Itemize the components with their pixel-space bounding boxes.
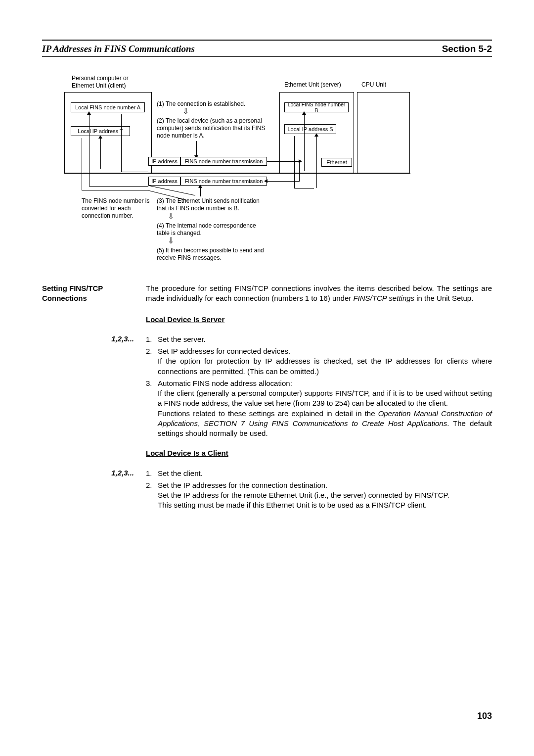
line — [121, 172, 148, 172]
list-item: 3. Automatic FINS node address allocatio… — [146, 378, 492, 439]
local-ip-s-box: Local IP address S — [284, 124, 336, 134]
step-num: 3. — [146, 378, 158, 439]
intro-text-b: in the Unit Setup. — [414, 294, 473, 302]
server-heading-row: Local Device Is Server — [42, 309, 492, 330]
step5-label: (5) It then becomes possible to send and… — [157, 247, 268, 262]
down-arrow-icon: ⇩ — [168, 212, 174, 220]
step-num: 2. — [146, 480, 158, 511]
line — [316, 136, 317, 186]
step-num: 1. — [146, 469, 158, 478]
top-rule — [42, 40, 492, 41]
local-node-b-box: Local FINS node number B — [284, 102, 349, 112]
server-title-label: Ethernet Unit (server) — [284, 81, 341, 89]
line — [316, 186, 317, 188]
arrow — [267, 161, 299, 162]
arrow — [196, 141, 197, 156]
client-title-label: Personal computer or Ethernet Unit (clie… — [72, 75, 129, 90]
list-item: 1. Set the client. — [146, 469, 492, 478]
down-arrow-icon: ⇩ — [168, 237, 174, 245]
step2-label: (2) The local device (such as a personal… — [157, 117, 275, 140]
line — [299, 161, 300, 173]
line — [82, 138, 82, 190]
ip-address-box-2: IP address — [148, 177, 180, 186]
line — [294, 136, 295, 188]
client-sub-heading: Local Device Is a Client — [146, 448, 492, 458]
local-node-a-box: Local FINS node number A — [71, 102, 145, 112]
step-text: Set the IP addresses for the connection … — [158, 480, 492, 511]
line — [294, 188, 314, 189]
section-heading: Setting FINS/TCP Connections — [42, 284, 146, 304]
convert-note-label: The FINS node number is converted for ea… — [82, 197, 153, 220]
section-intro-row: Setting FINS/TCP Connections The procedu… — [42, 284, 492, 304]
server-steps-list: 1. Set the server. 2. Set IP addresses f… — [146, 334, 492, 441]
server-steps-row: 1,2,3... 1. Set the server. 2. Set IP ad… — [42, 334, 492, 441]
list-item: 1. Set the server. — [146, 334, 492, 344]
arrow — [200, 188, 201, 196]
ip-address-box-1: IP address — [148, 157, 180, 166]
line — [82, 190, 148, 190]
arrow — [100, 138, 101, 169]
down-arrow-icon: ⇩ — [182, 107, 189, 115]
server-sub-heading: Local Device Is Server — [146, 315, 492, 325]
client-steps-list: 1. Set the client. 2. Set the IP address… — [146, 469, 492, 513]
step1-label: (1) The connection is established. — [157, 100, 245, 108]
page-number: 103 — [477, 711, 492, 721]
client-steps-row: 1,2,3... 1. Set the client. 2. Set the I… — [42, 469, 492, 513]
step-text: Set IP addresses for connected devices. … — [158, 346, 492, 377]
fins-tcp-diagram: Personal computer or Ethernet Unit (clie… — [57, 75, 447, 273]
svg-line-0 — [148, 186, 195, 195]
s3-em2: SECTION 7 Using FINS Communications to C… — [204, 419, 447, 427]
arrow — [267, 181, 299, 182]
client-heading-row: Local Device Is a Client — [42, 442, 492, 463]
fins-trans-box-2: FINS node number transmission — [180, 177, 267, 186]
cpu-box — [357, 92, 410, 174]
steps-marker: 1,2,3... — [42, 469, 146, 513]
step-text: Automatic FINS node address allocation: … — [158, 378, 492, 439]
intro-em: FINS/TCP settings — [353, 294, 414, 302]
step4-label: (4) The internal node correspondence tab… — [157, 222, 268, 237]
step-num: 1. — [146, 334, 158, 344]
fins-trans-box-1: FINS node number transmission — [180, 157, 267, 166]
ethernet-bus — [64, 173, 410, 174]
step3-label: (3) The Ethernet Unit sends notification… — [157, 197, 268, 212]
page-header: IP Addresses in FINS Communications Sect… — [42, 44, 492, 57]
s3-b: , — [198, 419, 204, 427]
cpu-title-label: CPU Unit — [361, 81, 386, 89]
steps-marker: 1,2,3... — [42, 334, 146, 441]
spacer — [42, 309, 146, 330]
list-item: 2. Set IP addresses for connected device… — [146, 346, 492, 377]
step-text: Set the client. — [158, 469, 492, 478]
line — [89, 186, 148, 187]
page: IP Addresses in FINS Communications Sect… — [0, 0, 534, 756]
list-item: 2. Set the IP addresses for the connecti… — [146, 480, 492, 511]
step-text: Set the server. — [158, 334, 492, 344]
line — [89, 114, 89, 186]
line — [304, 114, 305, 171]
header-title: IP Addresses in FINS Communications — [42, 44, 195, 54]
line — [121, 114, 122, 172]
step-num: 2. — [146, 346, 158, 377]
spacer — [42, 442, 146, 463]
section-intro: The procedure for setting FINS/TCP conne… — [146, 284, 492, 304]
header-section: Section 5-2 — [442, 44, 492, 54]
line — [299, 173, 300, 182]
ethernet-box: Ethernet — [321, 158, 352, 167]
